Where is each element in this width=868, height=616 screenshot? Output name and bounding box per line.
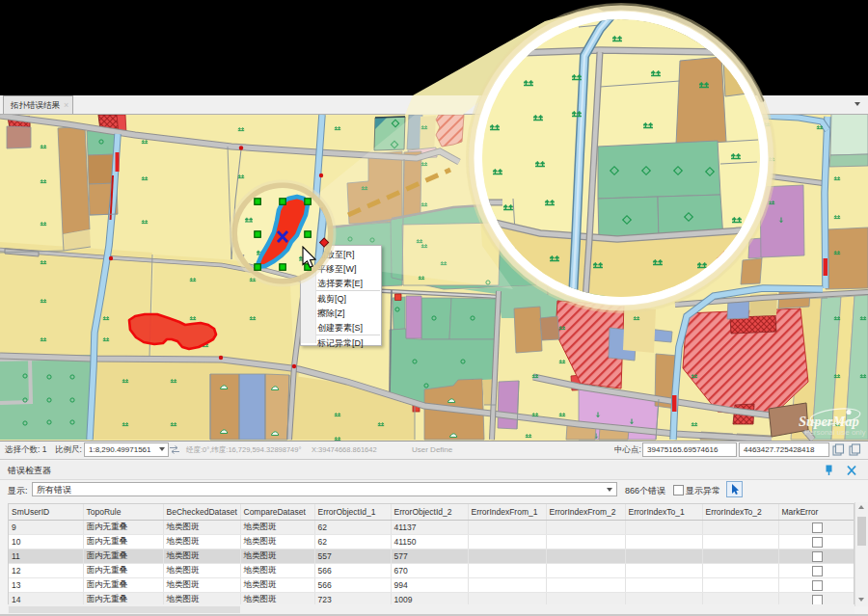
svg-text:Personal use only: Personal use only [804,428,866,437]
svg-text:SuperMap: SuperMap [799,414,859,429]
